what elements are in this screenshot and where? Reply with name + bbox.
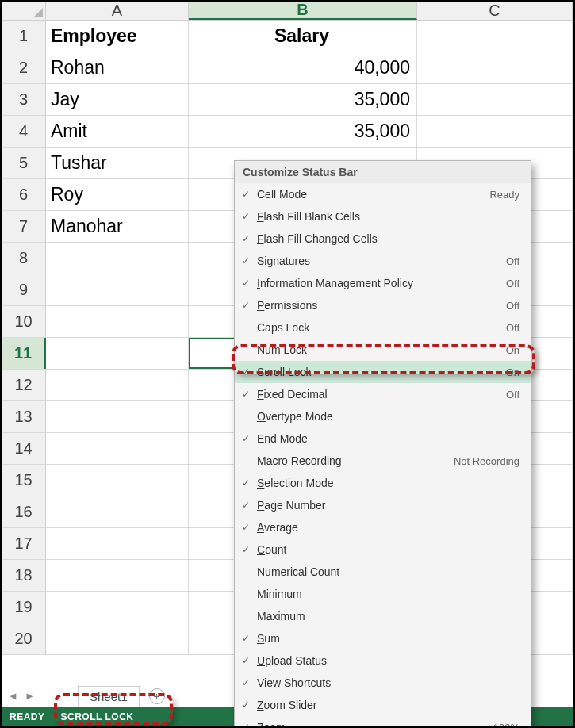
check-icon: ✓ bbox=[235, 522, 257, 533]
tab-nav-prev-icon[interactable]: ◄ bbox=[8, 690, 18, 702]
menu-item-caps-lock[interactable]: Caps LockOff bbox=[235, 316, 531, 339]
row-header-8[interactable]: 8 bbox=[2, 243, 46, 274]
add-sheet-button[interactable]: + bbox=[149, 688, 165, 704]
menu-item-maximum[interactable]: Maximum bbox=[235, 605, 531, 627]
menu-item-label: Permissions bbox=[257, 299, 506, 312]
menu-item-num-lock[interactable]: Num LockOn bbox=[235, 339, 531, 361]
cell-a15[interactable] bbox=[46, 465, 189, 496]
row-header-19[interactable]: 19 bbox=[2, 592, 46, 623]
menu-item-value: On bbox=[506, 366, 519, 378]
menu-item-macro-recording[interactable]: Macro RecordingNot Recording bbox=[235, 450, 531, 472]
cell-a10[interactable] bbox=[46, 306, 189, 337]
menu-item-value: Ready bbox=[489, 189, 519, 201]
menu-item-minimum[interactable]: Minimum bbox=[235, 583, 531, 605]
menu-item-end-mode[interactable]: ✓End Mode bbox=[235, 427, 531, 450]
row-header-10[interactable]: 10 bbox=[2, 306, 46, 337]
cell-a11[interactable] bbox=[46, 338, 189, 369]
row-header-15[interactable]: 15 bbox=[2, 465, 46, 496]
cell-a17[interactable] bbox=[46, 528, 189, 559]
cell-a13[interactable] bbox=[46, 401, 189, 432]
row-header-2[interactable]: 2 bbox=[2, 52, 46, 83]
menu-item-value: 190% bbox=[493, 722, 519, 729]
row-header-12[interactable]: 12 bbox=[2, 370, 46, 400]
cell-a20[interactable] bbox=[46, 623, 189, 654]
col-header-b[interactable]: B bbox=[189, 2, 417, 20]
menu-item-overtype-mode[interactable]: Overtype Mode bbox=[235, 405, 531, 427]
row-header-13[interactable]: 13 bbox=[2, 401, 46, 432]
menu-item-information-management-policy[interactable]: ✓Information Management PolicyOff bbox=[235, 272, 531, 294]
menu-item-zoom-slider[interactable]: ✓Zoom Slider bbox=[235, 694, 531, 716]
row-header-3[interactable]: 3 bbox=[2, 84, 46, 115]
cell-a3[interactable]: Jay bbox=[46, 84, 189, 115]
row-header-16[interactable]: 16 bbox=[2, 496, 46, 527]
menu-item-count[interactable]: ✓Count bbox=[235, 538, 531, 561]
row-3: 3Jay35,000 bbox=[2, 84, 573, 116]
tab-nav[interactable]: ◄ ► bbox=[2, 690, 73, 702]
cell-a6[interactable]: Roy bbox=[46, 179, 189, 210]
row-1: 1EmployeeSalary bbox=[2, 21, 573, 52]
menu-item-page-number[interactable]: ✓Page Number bbox=[235, 494, 531, 516]
cell-b3[interactable]: 35,000 bbox=[189, 84, 417, 115]
menu-item-permissions[interactable]: ✓PermissionsOff bbox=[235, 294, 531, 316]
row-header-4[interactable]: 4 bbox=[2, 116, 46, 147]
cell-a2[interactable]: Rohan bbox=[46, 52, 189, 83]
check-icon: ✓ bbox=[235, 544, 257, 555]
cell-a5[interactable]: Tushar bbox=[46, 148, 189, 178]
menu-item-average[interactable]: ✓Average bbox=[235, 516, 531, 538]
cell-c4[interactable] bbox=[417, 116, 573, 147]
menu-item-value: Off bbox=[506, 389, 519, 400]
row-header-7[interactable]: 7 bbox=[2, 211, 46, 242]
menu-item-view-shortcuts[interactable]: ✓View Shortcuts bbox=[235, 672, 531, 694]
menu-item-flash-fill-changed-cells[interactable]: ✓Flash Fill Changed Cells bbox=[235, 228, 531, 250]
menu-item-flash-fill-blank-cells[interactable]: ✓Flash Fill Blank Cells bbox=[235, 205, 531, 228]
menu-item-label: Macro Recording bbox=[257, 454, 454, 467]
cell-a19[interactable] bbox=[46, 592, 189, 623]
row-header-1[interactable]: 1 bbox=[2, 21, 46, 52]
cell-a9[interactable] bbox=[46, 274, 189, 305]
status-ready: READY bbox=[2, 711, 53, 722]
row-header-9[interactable]: 9 bbox=[2, 274, 46, 305]
row-header-6[interactable]: 6 bbox=[2, 179, 46, 210]
row-header-17[interactable]: 17 bbox=[2, 528, 46, 559]
menu-item-signatures[interactable]: ✓SignaturesOff bbox=[235, 250, 531, 272]
check-icon: ✓ bbox=[235, 699, 257, 711]
cell-a7[interactable]: Manohar bbox=[46, 211, 189, 242]
cell-a12[interactable] bbox=[46, 370, 189, 400]
cell-c1[interactable] bbox=[417, 21, 573, 52]
cell-c2[interactable] bbox=[417, 52, 573, 83]
tab-nav-next-icon[interactable]: ► bbox=[25, 690, 35, 702]
menu-item-fixed-decimal[interactable]: ✓Fixed DecimalOff bbox=[235, 383, 531, 405]
menu-item-label: Maximum bbox=[257, 610, 519, 623]
cell-a8[interactable] bbox=[46, 243, 189, 274]
cell-b1[interactable]: Salary bbox=[189, 21, 417, 52]
cell-a1[interactable]: Employee bbox=[46, 21, 189, 52]
cell-b4[interactable]: 35,000 bbox=[189, 116, 417, 147]
sheet-tab-sheet1[interactable]: Sheet1 bbox=[78, 686, 140, 707]
menu-item-upload-status[interactable]: ✓Upload Status bbox=[235, 649, 531, 672]
cell-a16[interactable] bbox=[46, 496, 189, 527]
row-header-18[interactable]: 18 bbox=[2, 560, 46, 591]
menu-item-selection-mode[interactable]: ✓Selection Mode bbox=[235, 472, 531, 494]
menu-item-label: End Mode bbox=[257, 432, 519, 445]
cell-a18[interactable] bbox=[46, 560, 189, 591]
col-header-a[interactable]: A bbox=[46, 2, 189, 20]
menu-item-scroll-lock[interactable]: ✓Scroll LockOn bbox=[235, 361, 531, 383]
menu-item-cell-mode[interactable]: ✓Cell ModeReady bbox=[235, 183, 531, 205]
select-all-corner[interactable] bbox=[2, 2, 46, 20]
row-header-20[interactable]: 20 bbox=[2, 623, 46, 654]
menu-item-zoom[interactable]: ✓Zoom190% bbox=[235, 716, 531, 728]
cell-a4[interactable]: Amit bbox=[46, 116, 189, 147]
cell-b2[interactable]: 40,000 bbox=[189, 52, 417, 83]
check-icon: ✓ bbox=[235, 366, 257, 377]
col-header-c[interactable]: C bbox=[417, 2, 573, 20]
menu-item-numerical-count[interactable]: Numerical Count bbox=[235, 561, 531, 583]
menu-item-value: On bbox=[506, 344, 519, 356]
cell-c3[interactable] bbox=[417, 84, 573, 115]
cell-a14[interactable] bbox=[46, 433, 189, 464]
menu-item-sum[interactable]: ✓Sum bbox=[235, 627, 531, 649]
menu-item-label: Scroll Lock bbox=[257, 366, 506, 378]
row-header-11[interactable]: 11 bbox=[2, 338, 46, 369]
row-header-5[interactable]: 5 bbox=[2, 148, 46, 178]
menu-item-label: Overtype Mode bbox=[257, 410, 519, 423]
row-header-14[interactable]: 14 bbox=[2, 433, 46, 464]
